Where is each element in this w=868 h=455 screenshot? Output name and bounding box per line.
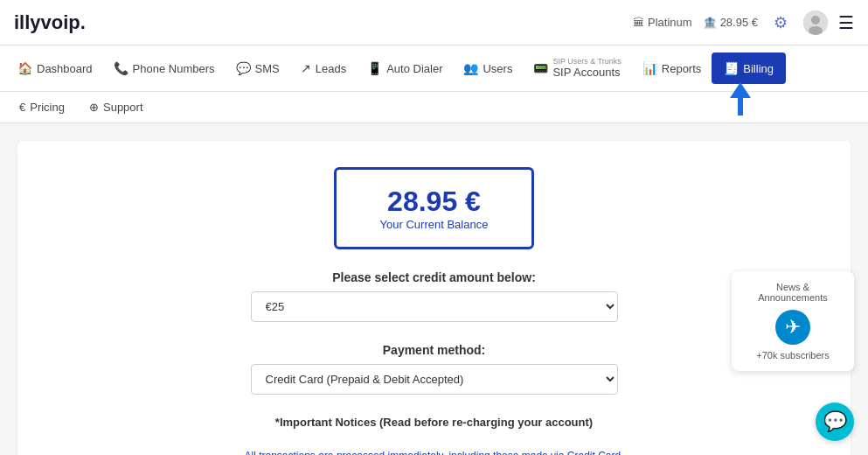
sms-icon: 💬	[236, 61, 251, 75]
credit-amount-select[interactable]: €25 €50 €100 €200	[251, 291, 618, 322]
sidebar-item-users[interactable]: 👥 Users	[453, 49, 523, 88]
payment-method-select[interactable]: Credit Card (Prepaid & Debit Accepted)	[251, 364, 618, 395]
svg-point-2	[809, 26, 823, 35]
sidebar-item-auto-dialer[interactable]: 📱 Auto Dialer	[357, 49, 453, 88]
sip-icon: 📟	[533, 61, 548, 75]
platinum-icon: 🏛	[633, 16, 644, 29]
platinum-badge: 🏛 Platinum	[633, 16, 692, 29]
chat-button[interactable]: 💬	[816, 402, 854, 441]
platinum-label: Platinum	[648, 16, 692, 29]
nav-label-sms: SMS	[255, 62, 280, 75]
header-balance: 28.95 €	[720, 16, 758, 29]
select-credit-section: Please select credit amount below: €25 €…	[251, 270, 618, 322]
settings-icon[interactable]: ⚙	[768, 10, 793, 35]
header: illyvoip. 🏛 Platinum 🏦 28.95 € ⚙ ☰	[0, 0, 868, 46]
arrow-up-icon	[730, 82, 751, 98]
logo: illyvoip.	[14, 11, 86, 34]
balance-amount: 28.95 €	[387, 186, 481, 218]
header-right: 🏛 Platinum 🏦 28.95 € ⚙ ☰	[633, 10, 854, 35]
svg-point-1	[811, 16, 820, 24]
arrow-shaft	[738, 98, 743, 116]
nav-label-reports: Reports	[662, 62, 702, 75]
hamburger-menu-icon[interactable]: ☰	[838, 12, 854, 33]
dashboard-icon: 🏠	[17, 61, 32, 75]
notices-text: All transactions are processed immediate…	[225, 450, 644, 455]
notices-title: *Important Notices (Read before re-charg…	[275, 416, 593, 429]
reports-icon: 📊	[642, 61, 657, 75]
subscribers-count: +70k subscribers	[746, 350, 840, 360]
sidebar-item-phone-numbers[interactable]: 📞 Phone Numbers	[103, 49, 226, 88]
sidebar-item-billing[interactable]: 🧾 Billing	[712, 52, 786, 84]
nav-label-phone-numbers: Phone Numbers	[133, 62, 215, 75]
balance-icon: 🏦	[703, 16, 717, 29]
nav-label-sip: SIP Users & Trunks SIP Accounts	[552, 58, 621, 79]
news-widget: News & Announcements ✈ +70k subscribers	[732, 271, 854, 371]
subnav-label-support: Support	[103, 101, 143, 114]
nav-label-dashboard: Dashboard	[37, 62, 93, 75]
news-title: News & Announcements	[746, 282, 840, 303]
subnav-label-pricing: Pricing	[30, 101, 65, 114]
billing-card: 28.95 € Your Current Balance Please sele…	[17, 141, 851, 455]
arrow-indicator	[730, 82, 751, 116]
balance-box: 28.95 € Your Current Balance	[334, 167, 535, 249]
sidebar-item-reports[interactable]: 📊 Reports	[632, 49, 712, 88]
avatar[interactable]	[803, 10, 828, 35]
users-icon: 👥	[463, 61, 478, 75]
sidebar-item-leads[interactable]: ↗ Leads	[290, 49, 357, 88]
sidebar-item-sip-accounts[interactable]: 📟 SIP Users & Trunks SIP Accounts	[523, 46, 631, 91]
payment-label: Payment method:	[383, 343, 485, 357]
phone-icon: 📞	[114, 61, 128, 75]
pricing-icon: €	[19, 101, 25, 114]
balance-badge: 🏦 28.95 €	[703, 16, 758, 29]
nav-label-auto-dialer: Auto Dialer	[386, 62, 442, 75]
subnav-item-support[interactable]: ⊕ Support	[77, 92, 156, 122]
nav-label-users: Users	[483, 62, 512, 75]
telegram-icon[interactable]: ✈	[775, 310, 810, 345]
sip-small-label: SIP Users & Trunks	[552, 58, 621, 66]
sidebar-item-sms[interactable]: 💬 SMS	[226, 49, 290, 88]
payment-method-section: Payment method: Credit Card (Prepaid & D…	[251, 343, 618, 395]
support-icon: ⊕	[89, 101, 99, 114]
balance-label: Your Current Balance	[380, 218, 489, 231]
autodialer-icon: 📱	[367, 61, 382, 75]
leads-icon: ↗	[301, 61, 311, 75]
nav-label-leads: Leads	[316, 62, 346, 75]
subnav-item-pricing[interactable]: € Pricing	[7, 92, 77, 122]
nav-label-billing: Billing	[743, 62, 774, 75]
billing-icon: 🧾	[724, 61, 739, 75]
sidebar-item-dashboard[interactable]: 🏠 Dashboard	[7, 49, 103, 88]
select-credit-label: Please select credit amount below:	[332, 270, 536, 284]
